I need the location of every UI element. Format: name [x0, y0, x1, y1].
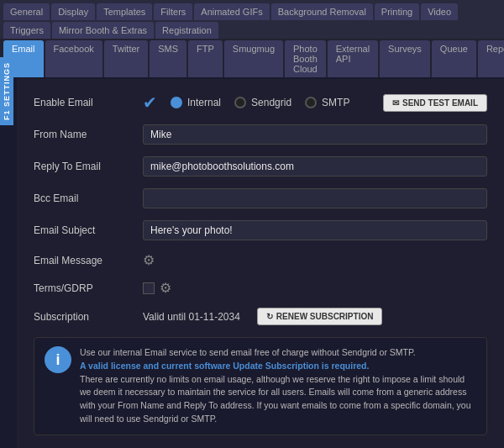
terms-gdrp-row: Terms/GDRP ⚙: [34, 280, 487, 296]
sub-nav: Email Facebook Twitter SMS FTP Smugmug P…: [0, 39, 504, 79]
email-message-label: Email Message: [34, 255, 143, 266]
tab-filters[interactable]: Filters: [154, 3, 192, 20]
send-test-label: SEND TEST EMAIL: [402, 98, 478, 108]
tab-general[interactable]: General: [3, 3, 50, 20]
radio-circle-smtp: [305, 97, 317, 108]
enable-email-checkmark[interactable]: ✔: [143, 92, 157, 113]
from-name-row: From Name: [34, 124, 487, 145]
info-text-line2: A valid license and current software Upd…: [80, 361, 369, 371]
renew-subscription-button[interactable]: ↻ RENEW SUBSCRIPTION: [257, 308, 383, 325]
enable-email-row: Enable Email ✔ Internal Sendgrid SMTP ✉ …: [34, 92, 487, 113]
bcc-email-label: Bcc Email: [34, 192, 143, 204]
email-subject-row: Email Subject: [34, 220, 487, 240]
subtab-twitter[interactable]: Twitter: [104, 40, 148, 77]
tab-mirror-booth[interactable]: Mirror Booth & Extras: [52, 22, 154, 39]
subtab-queue[interactable]: Queue: [432, 40, 476, 77]
terms-gear-icon[interactable]: ⚙: [160, 280, 171, 296]
reply-to-email-input[interactable]: [143, 156, 487, 177]
email-subject-input[interactable]: [143, 220, 487, 240]
radio-label-smtp: SMTP: [322, 97, 349, 108]
tab-display[interactable]: Display: [51, 3, 95, 20]
bcc-email-row: Bcc Email: [34, 188, 487, 208]
reply-to-email-label: Reply To Email: [34, 161, 143, 172]
subscription-valid-text: Valid until 01-11-2034: [143, 311, 240, 323]
tab-background-removal[interactable]: Background Removal: [271, 3, 373, 20]
subtab-reports[interactable]: Reports: [478, 40, 504, 77]
subtab-external-api[interactable]: External API: [328, 40, 378, 77]
radio-sendgrid[interactable]: Sendgrid: [234, 97, 291, 108]
subtab-photobooth-cloud[interactable]: Photo Booth Cloud: [285, 40, 326, 77]
radio-circle-internal: [171, 97, 182, 108]
email-message-gear-icon[interactable]: ⚙: [143, 252, 155, 268]
subtab-sms[interactable]: SMS: [150, 40, 186, 77]
subscription-row: Subscription Valid until 01-11-2034 ↻ RE…: [34, 308, 487, 325]
radio-circle-sendgrid: [234, 97, 246, 108]
radio-smtp[interactable]: SMTP: [305, 97, 349, 108]
tab-templates[interactable]: Templates: [97, 3, 152, 20]
subtab-smugmug[interactable]: Smugmug: [224, 40, 283, 77]
enable-options: ✔ Internal Sendgrid SMTP ✉ SEND TEST EMA…: [143, 92, 487, 113]
radio-label-sendgrid: Sendgrid: [251, 97, 291, 108]
tab-registration[interactable]: Registration: [155, 22, 218, 39]
info-box: i Use our internal Email service to send…: [34, 337, 487, 435]
tab-video[interactable]: Video: [421, 3, 458, 20]
radio-label-internal: Internal: [187, 97, 221, 108]
subtab-facebook[interactable]: Facebook: [45, 40, 102, 77]
from-name-input[interactable]: [143, 124, 487, 145]
from-name-label: From Name: [34, 129, 143, 140]
tab-animated-gifs[interactable]: Animated GIFs: [194, 3, 269, 20]
bcc-email-input[interactable]: [143, 188, 487, 208]
send-test-email-button[interactable]: ✉ SEND TEST EMAIL: [383, 94, 487, 112]
renew-label: RENEW SUBSCRIPTION: [276, 312, 374, 321]
info-text-line1: Use our internal Email service to send e…: [80, 347, 416, 357]
info-icon: i: [45, 346, 71, 373]
renew-icon: ↻: [266, 312, 273, 321]
enable-email-label: Enable Email: [34, 97, 143, 108]
subscription-label: Subscription: [34, 311, 143, 323]
email-message-row: Email Message ⚙: [34, 252, 487, 268]
terms-checkbox[interactable]: [143, 282, 155, 294]
subtab-surveys[interactable]: Surveys: [380, 40, 430, 77]
email-subject-label: Email Subject: [34, 224, 143, 236]
main-content: Enable Email ✔ Internal Sendgrid SMTP ✉ …: [17, 79, 504, 448]
subtab-ftp[interactable]: FTP: [188, 40, 223, 77]
radio-internal[interactable]: Internal: [171, 97, 221, 108]
info-text-line3: There are currently no limits on email u…: [80, 374, 471, 424]
tab-printing[interactable]: Printing: [375, 3, 419, 20]
top-nav: General Display Templates Filters Animat…: [0, 0, 504, 39]
send-test-icon: ✉: [392, 98, 399, 108]
sidebar-settings-label: F1 SETTINGS: [0, 57, 13, 125]
info-text: Use our internal Email service to send e…: [80, 346, 476, 426]
tab-triggers[interactable]: Triggers: [3, 22, 50, 39]
terms-gdrp-label: Terms/GDRP: [34, 282, 143, 294]
reply-to-email-row: Reply To Email: [34, 156, 487, 177]
